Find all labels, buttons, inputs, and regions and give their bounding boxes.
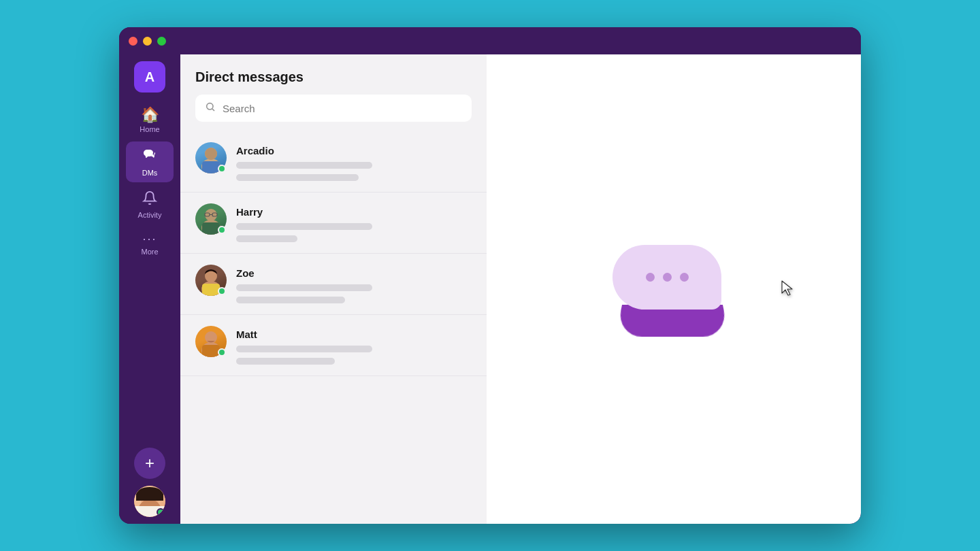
dm-item-matt[interactable]: Matt	[180, 315, 487, 376]
bubble-dot-3	[680, 273, 689, 282]
avatar-harry	[195, 203, 227, 235]
maximize-button[interactable]	[157, 37, 166, 46]
sidebar-bottom: +	[134, 448, 165, 517]
svg-point-0	[207, 103, 213, 110]
dm-panel: Direct messages	[180, 54, 487, 524]
bubble-dot-1	[646, 273, 655, 282]
cursor-indicator	[779, 278, 798, 300]
avatar-arcadio	[195, 142, 227, 173]
preview-line-2	[236, 358, 335, 365]
dm-header: Direct messages	[180, 54, 487, 131]
home-icon: 🏠	[141, 107, 159, 122]
preview-line-1	[236, 223, 372, 230]
preview-line-2	[236, 297, 345, 303]
dm-item-zoe[interactable]: Zoe	[180, 254, 487, 315]
svg-point-3	[205, 148, 217, 160]
status-dot-zoe	[218, 287, 226, 295]
status-dot-arcadio	[218, 165, 226, 173]
title-bar	[119, 27, 861, 54]
preview-line-2	[236, 174, 359, 181]
app-window: A 🏠 Home DMs	[119, 27, 861, 524]
add-button[interactable]: +	[134, 448, 165, 479]
bubble-dot-2	[663, 273, 672, 282]
dm-info-zoe: Zoe	[236, 265, 472, 303]
status-dot-harry	[218, 226, 226, 234]
search-bar[interactable]	[195, 95, 472, 122]
preview-line-2	[236, 235, 297, 242]
preview-line-1	[236, 284, 372, 291]
app-body: A 🏠 Home DMs	[119, 54, 861, 524]
sidebar-item-more[interactable]: ··· More	[126, 227, 174, 261]
avatar-zoe	[195, 265, 227, 296]
sidebar-item-dms[interactable]: DMs	[126, 141, 174, 182]
dm-item-harry[interactable]: Harry	[180, 193, 487, 254]
sidebar-item-activity[interactable]: Activity	[126, 185, 174, 224]
main-content: Direct messages	[180, 54, 861, 524]
sidebar: A 🏠 Home DMs	[119, 54, 180, 524]
dm-info-harry: Harry	[236, 203, 472, 242]
contact-name-harry: Harry	[236, 206, 472, 218]
dm-list: Arcadio	[180, 131, 487, 524]
dm-panel-title: Direct messages	[195, 69, 472, 85]
contact-name-matt: Matt	[236, 329, 472, 340]
contact-name-zoe: Zoe	[236, 267, 472, 279]
preview-line-1	[236, 162, 372, 169]
chat-area	[487, 54, 861, 524]
status-dot-matt	[218, 348, 226, 356]
close-button[interactable]	[129, 37, 137, 46]
online-status-dot	[157, 508, 165, 516]
minimize-button[interactable]	[143, 37, 152, 46]
more-icon: ···	[142, 233, 157, 245]
workspace-avatar[interactable]: A	[134, 61, 165, 93]
avatar-matt	[195, 326, 227, 357]
preview-line-1	[236, 346, 372, 352]
contact-name-arcadio: Arcadio	[236, 145, 472, 156]
user-profile-avatar[interactable]	[134, 486, 165, 517]
empty-state-illustration	[612, 245, 735, 333]
dm-info-arcadio: Arcadio	[236, 142, 472, 181]
dms-icon	[142, 147, 158, 166]
activity-icon	[142, 190, 157, 208]
chat-bubble-graphic	[612, 245, 735, 333]
search-input[interactable]	[223, 103, 462, 114]
dm-item-arcadio[interactable]: Arcadio	[180, 131, 487, 193]
sidebar-item-home[interactable]: 🏠 Home	[126, 102, 174, 139]
search-icon	[205, 101, 216, 115]
dm-info-matt: Matt	[236, 326, 472, 365]
